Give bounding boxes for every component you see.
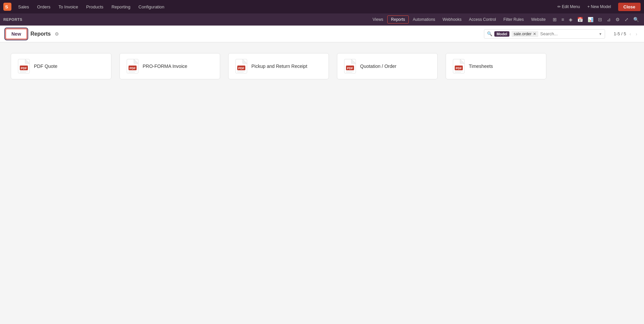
nav-products[interactable]: Products [83,3,107,11]
pagination: 1-5 / 5 ‹ › [614,31,639,37]
app-name[interactable]: Sales [15,3,33,11]
sub-nav-website[interactable]: Website [528,16,549,23]
search-bar: 🔍 Model sale.order ✕ ▾ [484,29,605,39]
nav-reporting[interactable]: Reporting [108,3,134,11]
page-title: Reports [31,31,51,37]
pagination-next-button[interactable]: › [634,31,639,37]
sub-nav-webhooks[interactable]: Webhooks [439,16,465,23]
expand-icon[interactable]: ⤢ [623,16,630,23]
svg-text:PDF: PDF [347,67,353,70]
top-nav-right: ✏ Edit Menu + New Model Close [555,3,641,11]
sub-nav-reports[interactable]: Reports [387,15,409,24]
svg-text:PDF: PDF [456,67,462,70]
pdf-icon: PDF [127,59,139,74]
nav-to-invoice[interactable]: To Invoice [55,3,82,11]
toolbar: New Reports ⚙ 🔍 Model sale.order ✕ ▾ 1-5… [0,26,644,42]
search-input[interactable] [540,31,597,36]
view-kanban-icon[interactable]: ⊞ [551,16,558,23]
top-navigation: S Sales Orders To Invoice Products Repor… [0,0,644,13]
pagination-count: 1-5 / 5 [614,31,626,36]
svg-text:PDF: PDF [130,67,136,70]
search-dropdown-button[interactable]: ▾ [599,31,602,37]
sub-nav-icon-group: ⊞ ≡ ◈ 📅 📊 ⊟ ⊿ ⚙ ⤢ 🔍 [551,16,641,23]
view-map-icon[interactable]: ◈ [567,16,574,23]
search-icon: 🔍 [487,31,492,36]
sub-nav-breadcrumb: REPORTS [3,17,22,22]
svg-text:PDF: PDF [21,67,27,70]
report-name-quotation-order: Quotation / Order [360,64,396,69]
edit-menu-button[interactable]: ✏ Edit Menu [555,3,582,10]
report-name-pickup-return: Pickup and Return Receipt [251,64,307,69]
sub-nav-automations[interactable]: Automations [409,16,439,23]
sub-nav-filter-rules[interactable]: Filter Rules [500,16,527,23]
report-name-pro-forma: PRO-FORMA Invoice [143,64,187,69]
svg-text:PDF: PDF [238,67,245,70]
svg-text:S: S [5,4,8,9]
view-pivot-icon[interactable]: ⊟ [596,16,604,23]
report-card-quotation-order[interactable]: PDF Quotation / Order [337,53,438,79]
report-card-pickup-return[interactable]: PDF Pickup and Return Receipt [228,53,329,79]
filter-icon[interactable]: ⊿ [605,16,612,23]
view-calendar-icon[interactable]: 📅 [576,16,585,23]
report-card-pro-forma[interactable]: PDF PRO-FORMA Invoice [119,53,220,79]
sub-nav-access-control[interactable]: Access Control [465,16,499,23]
search-nav-icon[interactable]: 🔍 [632,16,641,23]
main-content: PDF PDF Quote PDF PRO-FORMA Invoice [0,42,644,87]
pagination-prev-button[interactable]: ‹ [628,31,633,37]
report-card-timesheets[interactable]: PDF Timesheets [446,53,546,79]
remove-filter-button[interactable]: ✕ [533,32,536,36]
nav-configuration[interactable]: Configuration [135,3,168,11]
report-name-timesheets: Timesheets [469,64,493,69]
sub-navigation: REPORTS Views Reports Automations Webhoo… [0,13,644,26]
settings-gear-icon[interactable]: ⚙ [55,31,59,37]
pdf-icon: PDF [453,59,465,74]
report-card-pdf-quote[interactable]: PDF PDF Quote [11,53,111,79]
close-button[interactable]: Close [618,3,641,11]
pdf-icon: PDF [344,59,356,74]
view-list-icon[interactable]: ≡ [560,16,566,23]
report-name-pdf-quote: PDF Quote [34,64,57,69]
app-logo[interactable]: S [3,3,11,11]
reports-list: PDF PDF Quote PDF PRO-FORMA Invoice [5,48,552,81]
model-tag[interactable]: Model [494,31,510,37]
pdf-icon: PDF [235,59,247,74]
settings-icon[interactable]: ⚙ [614,16,622,23]
search-filter-tag: sale.order ✕ [511,31,538,37]
sub-nav-views[interactable]: Views [369,16,387,23]
filter-value: sale.order [513,32,531,36]
view-graph-icon[interactable]: 📊 [586,16,595,23]
pdf-icon: PDF [18,59,30,74]
nav-orders[interactable]: Orders [34,3,54,11]
new-model-button[interactable]: + New Model [585,3,613,10]
new-button[interactable]: New [5,29,27,39]
